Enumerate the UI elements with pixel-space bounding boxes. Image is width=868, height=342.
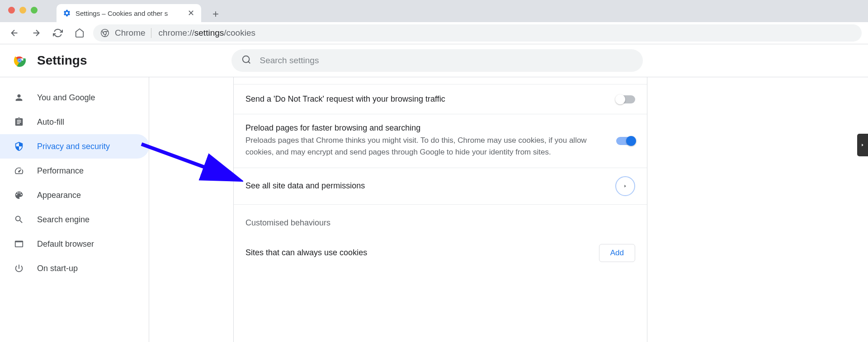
address-bar[interactable]: Chrome chrome://settings/cookies [93, 24, 862, 42]
sidebar-item-appearance[interactable]: Appearance [0, 183, 149, 207]
chevron-right-icon [615, 176, 635, 196]
row-do-not-track: Send a 'Do Not Track' request with your … [234, 84, 647, 114]
sidebar-item-autofill[interactable]: Auto-fill [0, 110, 149, 134]
gear-icon [63, 9, 71, 17]
forward-button[interactable] [28, 25, 44, 41]
reload-button[interactable] [50, 25, 66, 41]
browser-tab[interactable]: Settings – Cookies and other s ✕ [57, 4, 201, 22]
sidebar-item-label: On start-up [37, 264, 78, 273]
section-header-customised: Customised behaviours [234, 205, 647, 233]
shield-icon [14, 141, 24, 152]
sidebar-item-label: Auto-fill [37, 117, 64, 127]
browser-chrome: Settings – Cookies and other s ✕ + Chrom… [0, 0, 868, 44]
omnibox-prefix: Chrome [115, 28, 151, 38]
row-always-cookies: Sites that can always use cookies Add [234, 233, 647, 267]
sidebar-item-label: Default browser [37, 239, 94, 249]
sidebar: You and Google Auto-fill Privacy and sec… [0, 77, 149, 342]
search-icon [241, 55, 251, 66]
search-icon [14, 214, 24, 225]
sidebar-item-on-startup[interactable]: On start-up [0, 256, 149, 281]
sidebar-item-label: Appearance [37, 191, 81, 200]
chrome-outline-icon [100, 28, 109, 37]
svg-point-9 [243, 56, 250, 63]
home-button[interactable] [71, 25, 88, 41]
content-card: Send a 'Do Not Track' request with your … [233, 77, 647, 342]
search-input[interactable]: Search settings [231, 49, 643, 72]
tab-title: Settings – Cookies and other s [75, 9, 182, 17]
sidebar-item-default-browser[interactable]: Default browser [0, 232, 149, 256]
sidebar-item-performance[interactable]: Performance [0, 159, 149, 183]
toggle-do-not-track[interactable] [616, 95, 635, 103]
row-see-all-site-data[interactable]: See all site data and permissions [234, 168, 647, 205]
row-title: Preload pages for faster browsing and se… [245, 123, 605, 133]
close-icon[interactable]: ✕ [187, 9, 195, 17]
toolbar: Chrome chrome://settings/cookies [0, 22, 868, 44]
content: Send a 'Do Not Track' request with your … [149, 77, 868, 342]
power-icon [14, 263, 24, 274]
row-preload: Preload pages for faster browsing and se… [234, 114, 647, 168]
row-title: See all site data and permissions [245, 181, 365, 191]
sidebar-item-label: You and Google [37, 93, 95, 103]
back-button[interactable] [6, 25, 23, 41]
row-title: Sites that can always use cookies [245, 248, 367, 258]
row-description: Preloads pages that Chrome thinks you mi… [245, 135, 605, 159]
sidebar-item-privacy-security[interactable]: Privacy and security [0, 134, 149, 159]
page-title: Settings [37, 53, 87, 68]
sidebar-item-you-and-google[interactable]: You and Google [0, 85, 149, 110]
svg-line-10 [249, 61, 250, 63]
browser-icon [14, 239, 24, 249]
tab-strip: Settings – Cookies and other s ✕ + [0, 0, 868, 22]
palette-icon [14, 190, 24, 201]
clipboard-icon [14, 117, 24, 127]
add-button[interactable]: Add [599, 244, 635, 262]
traffic-lights [0, 0, 46, 14]
speedometer-icon [14, 165, 24, 176]
person-icon [14, 92, 24, 103]
chrome-logo-icon [13, 54, 26, 67]
window-maximize[interactable] [31, 7, 38, 14]
right-panel-toggle[interactable] [857, 134, 868, 156]
row-title: Send a 'Do Not Track' request with your … [245, 94, 605, 104]
main: You and Google Auto-fill Privacy and sec… [0, 77, 868, 342]
window-minimize[interactable] [19, 7, 26, 14]
sidebar-item-label: Performance [37, 166, 84, 176]
toggle-preload[interactable] [616, 137, 635, 145]
sidebar-item-label: Search engine [37, 215, 90, 225]
search-placeholder: Search settings [259, 56, 319, 66]
sidebar-item-search-engine[interactable]: Search engine [0, 207, 149, 232]
svg-point-8 [19, 60, 21, 62]
new-tab-button[interactable]: + [208, 6, 224, 22]
settings-header: Settings Search settings [0, 44, 868, 77]
window-close[interactable] [8, 7, 15, 14]
sidebar-item-label: Privacy and security [37, 142, 110, 151]
omnibox-url: chrome://settings/cookies [157, 28, 255, 38]
